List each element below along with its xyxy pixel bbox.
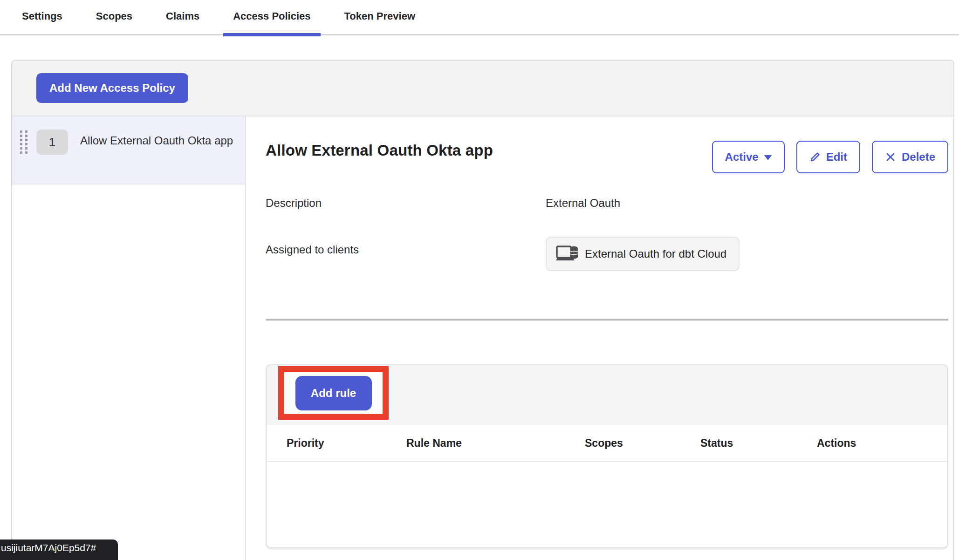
col-scopes: Scopes [585, 437, 700, 450]
col-priority: Priority [287, 437, 406, 450]
col-rule-name: Rule Name [406, 437, 585, 450]
tab-token-preview[interactable]: Token Preview [335, 7, 425, 36]
add-rule-button[interactable]: Add rule [295, 376, 372, 410]
annotation-highlight-box: Add rule [278, 366, 389, 420]
status-dropdown-label: Active [725, 150, 759, 164]
drag-handle-icon[interactable] [20, 130, 30, 154]
caret-down-icon [764, 155, 772, 160]
status-bar-text: usijiutarM7Aj0Ep5d7# [1, 542, 96, 553]
policy-detail-title: Allow External Oauth Okta app [266, 142, 493, 159]
delete-button[interactable]: Delete [872, 141, 948, 173]
policy-priority-badge: 1 [36, 130, 68, 155]
tab-scopes[interactable]: Scopes [86, 7, 142, 36]
panel-header: Add New Access Policy [12, 61, 953, 116]
rules-table-body [267, 462, 947, 547]
x-icon [885, 151, 896, 163]
assigned-clients-label: Assigned to clients [266, 237, 546, 256]
client-chip: External Oauth for dbt Cloud [546, 237, 740, 271]
policy-name: Allow External Oauth Okta app [80, 130, 233, 152]
rules-table-header: Priority Rule Name Scopes Status Actions [267, 425, 947, 462]
description-row: Description External Oauth [266, 197, 948, 210]
access-policies-panel: Add New Access Policy 1 Allow External O… [11, 60, 954, 560]
edit-button-label: Edit [826, 150, 847, 164]
policy-list: 1 Allow External Oauth Okta app [12, 116, 246, 560]
rules-panel: Add rule Priority Rule Name Scopes Statu… [266, 364, 948, 548]
add-new-access-policy-button[interactable]: Add New Access Policy [36, 73, 188, 103]
tab-settings[interactable]: Settings [12, 7, 72, 36]
status-dropdown-button[interactable]: Active [712, 141, 785, 173]
client-chip-label: External Oauth for dbt Cloud [585, 247, 726, 260]
col-status: Status [700, 437, 817, 450]
rules-toolbar: Add rule [267, 365, 947, 425]
tab-claims[interactable]: Claims [156, 7, 209, 36]
policy-actions: Active Edit [712, 141, 948, 173]
assigned-clients-row: Assigned to clients [266, 237, 948, 271]
client-app-icon [556, 245, 578, 263]
panel-body: 1 Allow External Oauth Okta app Allow Ex… [12, 116, 953, 560]
tab-access-policies[interactable]: Access Policies [223, 7, 320, 36]
page: Settings Scopes Claims Access Policies T… [0, 0, 959, 560]
description-value: External Oauth [546, 197, 620, 210]
pencil-icon [809, 151, 821, 163]
browser-status-bar: usijiutarM7Aj0Ep5d7# [0, 540, 118, 560]
policy-list-item[interactable]: 1 Allow External Oauth Okta app [12, 116, 245, 184]
description-label: Description [266, 197, 546, 210]
edit-button[interactable]: Edit [796, 141, 860, 173]
policy-detail: Allow External Oauth Okta app Active Edi [246, 116, 953, 560]
tab-bar: Settings Scopes Claims Access Policies T… [0, 0, 959, 35]
delete-button-label: Delete [902, 150, 935, 164]
col-actions: Actions [817, 437, 947, 450]
section-divider [266, 319, 948, 321]
